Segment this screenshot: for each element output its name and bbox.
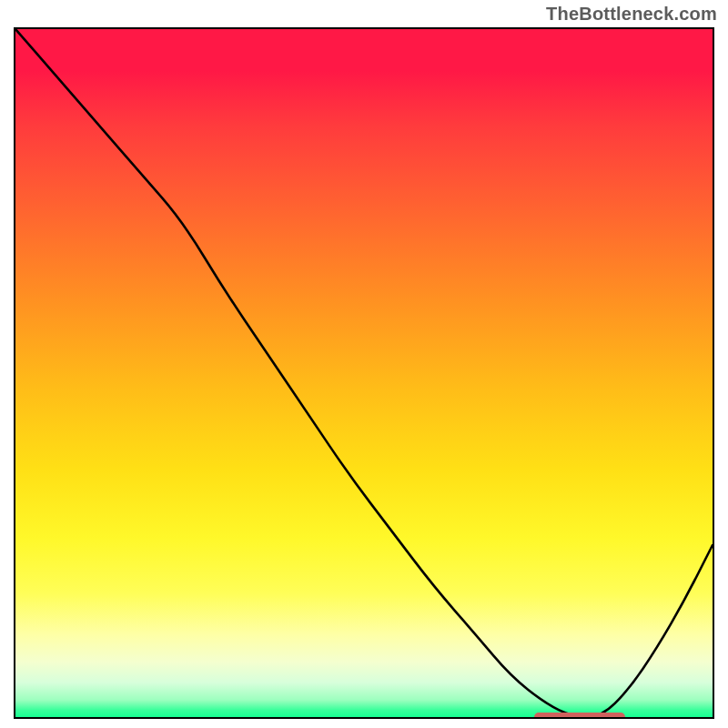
- chart-plot-area: [14, 27, 714, 719]
- curve-path: [15, 29, 713, 717]
- chart-frame: TheBottleneck.com: [0, 0, 728, 728]
- chart-line-layer: [15, 29, 713, 717]
- watermark-text: TheBottleneck.com: [546, 4, 717, 25]
- min-marker: [534, 713, 625, 719]
